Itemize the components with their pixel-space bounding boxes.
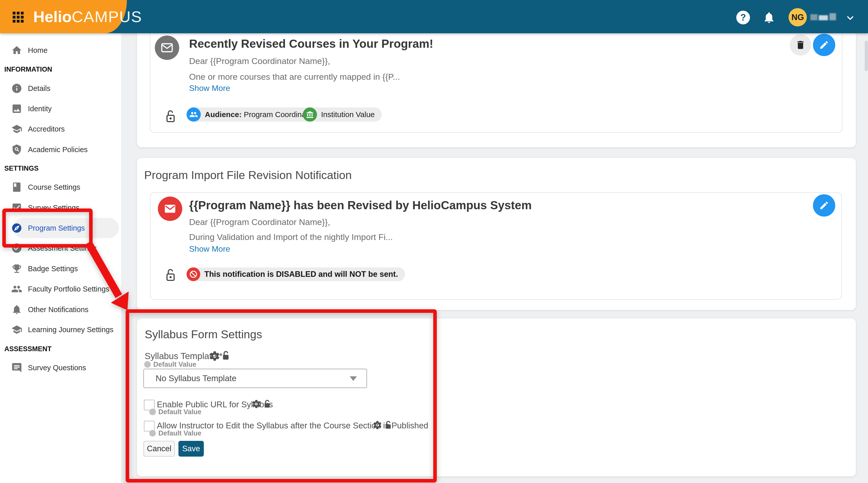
vertical-scrollbar-thumb[interactable] — [865, 41, 868, 71]
logo-text-light: CAMPUS — [72, 8, 142, 26]
top-header-bar: HelioCAMPUS ? NG — [0, 0, 868, 33]
notifications-bell-icon[interactable] — [763, 11, 776, 24]
sidebar-item-label: Academic Policies — [28, 146, 88, 154]
pencil-icon — [819, 200, 829, 211]
audience-badge: Audience: Program Coordinator — [187, 108, 322, 122]
blocked-icon — [187, 267, 200, 281]
default-value-indicator: Default Value — [149, 407, 202, 416]
book-icon — [11, 182, 22, 193]
sidebar-item-faculty-portfolio-settings[interactable]: Faculty Portfolio Settings — [0, 279, 121, 299]
sidebar-item-course-settings[interactable]: Course Settings — [0, 177, 121, 197]
unlocked-icon[interactable] — [262, 399, 272, 410]
trophy-icon — [11, 263, 22, 274]
chat-icon — [11, 362, 22, 373]
default-value-dot — [144, 361, 151, 368]
sidebar-item-label: Assessment Settings — [28, 244, 97, 252]
syllabus-template-dropdown[interactable]: No Syllabus Template — [144, 369, 367, 388]
graduation-cap-icon — [11, 123, 22, 134]
default-value-dot — [149, 409, 156, 415]
unlocked-icon[interactable] — [383, 420, 393, 430]
edit-notification-button[interactable] — [813, 34, 835, 56]
sidebar-item-label: Identity — [28, 104, 52, 113]
brand-logo-block: HelioCAMPUS — [0, 0, 127, 33]
people-icon — [11, 283, 22, 295]
pencil-icon — [819, 40, 829, 50]
sidebar-item-label: Details — [28, 84, 51, 93]
info-icon — [11, 83, 22, 94]
gear-icon[interactable] — [372, 420, 382, 430]
notification-title: Recently Revised Courses in Your Program… — [189, 36, 433, 51]
graduation-cap-icon — [11, 324, 22, 335]
unlocked-icon[interactable] — [221, 350, 231, 362]
avatar[interactable]: NG — [788, 8, 807, 26]
notification-title: {{Program Name}} has been Revised by Hel… — [189, 198, 532, 212]
chevron-down-icon[interactable] — [845, 13, 855, 23]
save-button[interactable]: Save — [179, 441, 204, 457]
people-icon — [187, 108, 201, 122]
check-circle-icon — [11, 243, 22, 254]
institution-icon — [303, 108, 317, 122]
show-more-link[interactable]: Show More — [189, 83, 230, 93]
sidebar-item-home[interactable]: Home — [0, 40, 121, 60]
sidebar-item-survey-questions[interactable]: Survey Questions — [0, 358, 121, 378]
email-icon — [158, 197, 182, 221]
sidebar-nav: Home INFORMATION Details Identity Accred… — [0, 33, 122, 483]
unlocked-icon — [164, 265, 177, 286]
default-value-dot — [149, 430, 156, 436]
help-glyph: ? — [740, 12, 746, 23]
sidebar-item-details[interactable]: Details — [0, 78, 121, 98]
image-icon — [11, 103, 22, 114]
sidebar-section-information: INFORMATION — [4, 64, 52, 74]
page-title: Syllabus Form Settings — [145, 328, 262, 341]
avatar-initials: NG — [792, 12, 804, 22]
gear-icon[interactable] — [251, 399, 261, 409]
redacted-username — [810, 14, 817, 20]
sidebar-item-label: Course Settings — [28, 183, 80, 191]
email-icon — [155, 35, 179, 60]
show-more-link[interactable]: Show More — [189, 244, 230, 254]
bell-icon — [11, 304, 22, 315]
gear-icon[interactable] — [209, 350, 221, 362]
notification-body-preview: One or more courses that are currently m… — [189, 71, 400, 82]
edit-notification-button[interactable] — [813, 194, 835, 217]
sidebar-item-accreditors[interactable]: Accreditors — [0, 119, 121, 139]
institution-badge-label: Institution Value — [321, 110, 375, 119]
cancel-button[interactable]: Cancel — [144, 441, 175, 457]
unlocked-icon — [164, 106, 177, 127]
delete-notification-button[interactable] — [790, 34, 811, 56]
default-value-label: Default Value — [158, 408, 202, 416]
notification-greeting: Dear {{Program Coordinator Name}}, — [189, 217, 330, 227]
syllabus-form-settings-card: Syllabus Form Settings Syllabus Template… — [137, 319, 856, 476]
sidebar-item-program-settings[interactable]: Program Settings — [0, 218, 121, 238]
brand-logo: HelioCAMPUS — [33, 0, 142, 33]
sidebar-item-survey-settings[interactable]: Survey Settings — [0, 198, 121, 218]
redacted-username — [830, 13, 836, 20]
sidebar-item-label: Survey Settings — [28, 204, 80, 212]
notification-card-recently-revised: Recently Revised Courses in Your Program… — [137, 33, 856, 147]
sidebar-item-identity[interactable]: Identity — [0, 98, 121, 119]
sidebar-item-label: Learning Journey Settings — [28, 326, 114, 334]
disabled-notification-badge: This notification is DISABLED and will N… — [187, 267, 405, 281]
policy-shield-icon — [11, 144, 22, 155]
apps-grid-icon[interactable] — [13, 12, 24, 23]
default-value-label: Default Value — [158, 429, 202, 437]
default-value-label: Default Value — [153, 361, 196, 368]
sidebar-item-other-notifications[interactable]: Other Notifications — [0, 299, 121, 320]
sidebar-item-assessment-settings[interactable]: Assessment Settings — [0, 238, 121, 258]
sidebar-item-learning-journey-settings[interactable]: Learning Journey Settings — [0, 320, 121, 340]
caret-down-icon — [350, 376, 357, 381]
help-icon[interactable]: ? — [736, 11, 750, 24]
compass-icon — [11, 222, 22, 234]
disabled-badge-text: This notification is DISABLED and will N… — [204, 270, 398, 279]
dropdown-selected-value: No Syllabus Template — [156, 369, 237, 388]
sidebar-section-settings: SETTINGS — [4, 163, 38, 174]
notification-body-preview: During Validation and Import of the nigh… — [189, 232, 393, 242]
heliocampus-app: HelioCAMPUS ? NG Home INFORMATION Detail… — [0, 0, 868, 483]
logo-text-bold: Helio — [33, 8, 72, 26]
sidebar-item-badge-settings[interactable]: Badge Settings — [0, 259, 121, 279]
sidebar-section-assessment: ASSESSMENT — [4, 344, 52, 354]
sidebar-item-label: Survey Questions — [28, 364, 86, 372]
sidebar-item-label: Other Notifications — [28, 305, 89, 314]
sidebar-item-label: Program Settings — [28, 224, 85, 232]
sidebar-item-academic-policies[interactable]: Academic Policies — [0, 140, 121, 160]
